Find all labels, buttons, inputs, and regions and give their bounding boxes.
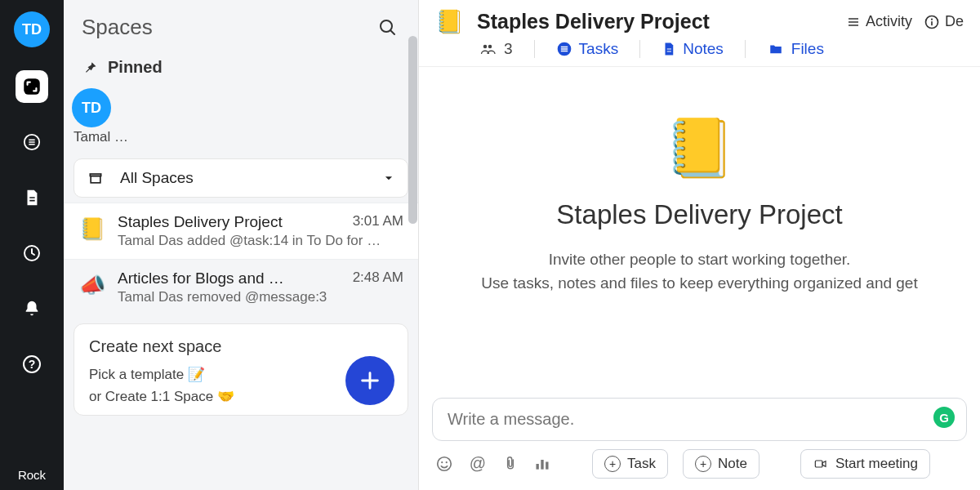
activity-button[interactable]: Activity bbox=[846, 13, 912, 30]
space-title: Articles for Blogs and … bbox=[118, 270, 284, 287]
main-area: 📒 Staples Delivery Project Activity De 3 bbox=[419, 0, 980, 490]
hero-subtitle: Invite other people to start working tog… bbox=[481, 248, 917, 295]
pinned-name: Tamal … bbox=[64, 129, 418, 154]
svg-rect-19 bbox=[541, 460, 543, 470]
video-icon bbox=[813, 457, 829, 470]
start-meeting-button[interactable]: Start meeting bbox=[800, 449, 930, 479]
members-count[interactable]: 3 bbox=[478, 40, 513, 58]
rail-list-icon[interactable] bbox=[16, 126, 48, 158]
search-icon bbox=[378, 18, 398, 38]
create-space-card: Create next space Pick a template 📝 or C… bbox=[74, 323, 408, 416]
hero-icon: 📒 bbox=[664, 114, 735, 181]
space-filter[interactable]: All Spaces bbox=[74, 158, 408, 198]
svg-rect-20 bbox=[546, 462, 548, 470]
megaphone-icon: 📣 bbox=[78, 271, 106, 299]
svg-point-12 bbox=[488, 45, 492, 49]
svg-rect-21 bbox=[815, 461, 822, 467]
sidebar-title: Spaces bbox=[82, 15, 153, 40]
hero-title: Staples Delivery Project bbox=[556, 199, 842, 230]
svg-rect-18 bbox=[537, 464, 539, 470]
pinned-label: Pinned bbox=[108, 58, 163, 77]
notes-icon bbox=[662, 41, 676, 57]
people-icon bbox=[478, 42, 497, 56]
svg-text:?: ? bbox=[29, 358, 36, 371]
rail-bell-icon[interactable] bbox=[16, 292, 48, 325]
avatar-initials: TD bbox=[22, 21, 42, 38]
rail-help-icon[interactable]: ? bbox=[16, 348, 48, 381]
space-subtitle: Tamal Das removed @message:3 bbox=[118, 289, 403, 305]
rail-spaces-icon[interactable] bbox=[16, 70, 48, 103]
tab-notes[interactable]: Notes bbox=[662, 40, 724, 58]
svg-rect-10 bbox=[931, 21, 933, 25]
pin-icon bbox=[82, 60, 98, 76]
emoji-button[interactable] bbox=[435, 455, 453, 473]
nav-rail: TD ? Rock bbox=[0, 0, 64, 490]
create-title: Create next space bbox=[89, 337, 393, 356]
topbar: 📒 Staples Delivery Project Activity De 3 bbox=[419, 0, 980, 67]
rail-doc-icon[interactable] bbox=[16, 181, 48, 214]
attach-button[interactable] bbox=[502, 455, 519, 473]
svg-point-9 bbox=[931, 18, 933, 20]
pinned-user[interactable]: TD bbox=[64, 82, 418, 129]
search-button[interactable] bbox=[376, 16, 400, 40]
create-space-fab[interactable] bbox=[345, 356, 394, 405]
svg-point-15 bbox=[441, 461, 443, 463]
space-item-staples[interactable]: 📒 Staples Delivery Project 3:01 AM Tamal… bbox=[64, 203, 418, 259]
add-note-button[interactable]: +Note bbox=[683, 449, 760, 479]
space-time: 2:48 AM bbox=[353, 270, 403, 287]
details-button[interactable]: De bbox=[924, 13, 964, 30]
poll-button[interactable] bbox=[533, 456, 551, 472]
tasks-icon bbox=[556, 41, 572, 57]
mention-button[interactable]: @ bbox=[468, 454, 488, 474]
space-title: Staples Delivery Project bbox=[118, 213, 283, 231]
svg-point-16 bbox=[446, 461, 448, 463]
pinned-avatar: TD bbox=[72, 88, 111, 127]
grammarly-badge[interactable]: G bbox=[933, 407, 955, 428]
activity-icon bbox=[846, 16, 861, 29]
tab-tasks[interactable]: Tasks bbox=[556, 40, 619, 58]
chevron-down-icon bbox=[383, 172, 394, 184]
project-icon: 📒 bbox=[435, 8, 464, 35]
rail-brand-label: Rock bbox=[18, 468, 46, 482]
user-avatar[interactable]: TD bbox=[14, 11, 50, 47]
info-icon bbox=[924, 14, 940, 30]
compose-toolbar: @ +Task +Note Start meeting bbox=[419, 441, 980, 490]
empty-state: 📒 Staples Delivery Project Invite other … bbox=[419, 67, 980, 390]
sidebar-panel: Spaces Pinned TD Tamal … All Spaces 📒 St… bbox=[64, 0, 419, 490]
archive-icon bbox=[87, 170, 104, 186]
svg-point-11 bbox=[483, 45, 488, 49]
compose-box[interactable]: G bbox=[432, 398, 967, 441]
svg-rect-0 bbox=[24, 78, 40, 95]
plus-icon bbox=[359, 369, 381, 392]
space-item-articles[interactable]: 📣 Articles for Blogs and … 2:48 AM Tamal… bbox=[64, 259, 418, 315]
filter-label: All Spaces bbox=[120, 169, 367, 187]
plus-icon: + bbox=[604, 456, 621, 472]
pinned-header: Pinned bbox=[64, 45, 418, 82]
message-input[interactable] bbox=[448, 410, 951, 429]
add-task-button[interactable]: +Task bbox=[592, 449, 668, 479]
tab-files[interactable]: Files bbox=[767, 40, 824, 58]
plus-icon: + bbox=[695, 456, 711, 472]
space-subtitle: Tamal Das added @task:14 in To Do for … bbox=[118, 233, 403, 249]
scrollbar-thumb[interactable] bbox=[408, 36, 417, 224]
space-time: 3:01 AM bbox=[353, 213, 403, 231]
files-icon bbox=[767, 42, 785, 56]
svg-text:@: @ bbox=[470, 454, 486, 472]
rail-history-icon[interactable] bbox=[16, 237, 48, 270]
svg-point-14 bbox=[438, 457, 452, 471]
book-icon: 📒 bbox=[78, 215, 106, 243]
project-title: Staples Delivery Project bbox=[477, 10, 710, 33]
svg-rect-7 bbox=[91, 176, 100, 183]
